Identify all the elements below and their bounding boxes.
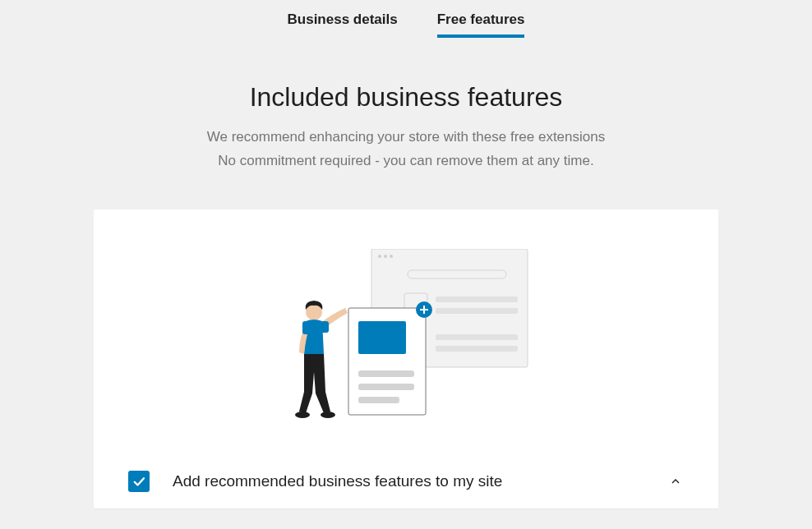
svg-rect-11 (358, 321, 406, 354)
illustration (94, 209, 718, 471)
svg-rect-8 (436, 334, 518, 340)
check-icon (131, 474, 146, 489)
subtitle-line-1: We recommend enhancing your store with t… (16, 126, 796, 150)
svg-point-1 (378, 255, 381, 258)
chevron-up-icon (669, 475, 682, 488)
features-card: Add recommended business features to my … (94, 209, 718, 508)
subtitle-line-2: No commitment required - you can remove … (16, 150, 796, 173)
svg-rect-9 (436, 346, 518, 352)
svg-point-2 (384, 255, 387, 258)
svg-rect-20 (302, 321, 311, 334)
tab-free-features[interactable]: Free features (437, 12, 525, 36)
svg-rect-13 (358, 384, 414, 390)
page-subtitle: We recommend enhancing your store with t… (16, 126, 796, 173)
header-section: Included business features We recommend … (0, 82, 812, 173)
option-row: Add recommended business features to my … (94, 471, 718, 492)
svg-rect-19 (321, 321, 329, 333)
svg-rect-12 (358, 370, 414, 377)
svg-rect-14 (358, 397, 399, 403)
tabs-bar: Business details Free features (0, 0, 812, 36)
svg-point-21 (295, 412, 310, 418)
svg-point-3 (390, 255, 393, 258)
tab-business-details[interactable]: Business details (288, 12, 398, 36)
svg-rect-6 (436, 297, 518, 302)
recommended-features-label[interactable]: Add recommended business features to my … (173, 472, 644, 490)
svg-rect-7 (436, 308, 518, 314)
expand-toggle[interactable] (667, 473, 684, 490)
page-title: Included business features (16, 82, 796, 113)
svg-point-22 (321, 412, 335, 418)
recommended-features-checkbox[interactable] (128, 471, 150, 492)
onboarding-illustration-icon (283, 249, 529, 421)
